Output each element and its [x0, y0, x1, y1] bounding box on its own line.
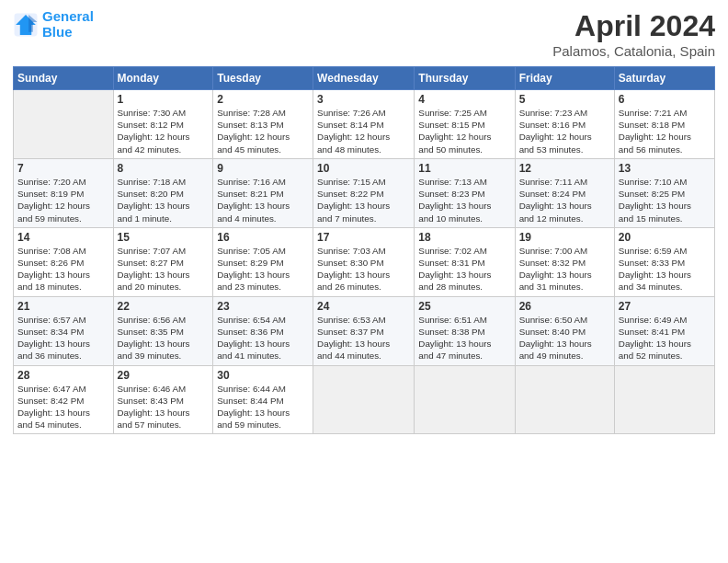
page: General Blue April 2024 Palamos, Catalon…	[0, 0, 728, 563]
logo-line2: Blue	[42, 24, 73, 40]
cell-day-number: 24	[317, 300, 410, 313]
calendar-header-cell: Monday	[113, 67, 213, 90]
cell-info-text: Sunrise: 7:00 AMSunset: 8:32 PMDaylight:…	[519, 245, 610, 293]
calendar-cell: 9Sunrise: 7:16 AMSunset: 8:21 PMDaylight…	[213, 158, 313, 227]
calendar-cell: 21Sunrise: 6:57 AMSunset: 8:34 PMDayligh…	[14, 296, 114, 365]
cell-info-text: Sunrise: 7:21 AMSunset: 8:18 PMDaylight:…	[619, 107, 711, 155]
cell-day-number: 15	[118, 231, 210, 244]
calendar-header-cell: Wednesday	[313, 67, 415, 90]
logo-text: General Blue	[42, 9, 94, 40]
logo-line1: General	[42, 8, 94, 24]
cell-day-number: 19	[519, 231, 610, 244]
subtitle: Palamos, Catalonia, Spain	[552, 43, 715, 59]
calendar-cell: 2Sunrise: 7:28 AMSunset: 8:13 PMDaylight…	[213, 90, 313, 159]
calendar-header-cell: Friday	[515, 67, 614, 90]
cell-day-number: 4	[418, 93, 510, 106]
cell-day-number: 26	[519, 300, 610, 313]
calendar-cell: 15Sunrise: 7:07 AMSunset: 8:27 PMDayligh…	[113, 227, 213, 296]
cell-info-text: Sunrise: 7:11 AMSunset: 8:24 PMDaylight:…	[519, 176, 610, 224]
calendar-cell: 25Sunrise: 6:51 AMSunset: 8:38 PMDayligh…	[415, 296, 515, 365]
cell-day-number: 3	[317, 93, 410, 106]
calendar-week-row: 14Sunrise: 7:08 AMSunset: 8:26 PMDayligh…	[14, 227, 715, 296]
calendar-cell: 22Sunrise: 6:56 AMSunset: 8:35 PMDayligh…	[113, 296, 213, 365]
cell-info-text: Sunrise: 7:13 AMSunset: 8:23 PMDaylight:…	[418, 176, 510, 224]
calendar-week-row: 28Sunrise: 6:47 AMSunset: 8:42 PMDayligh…	[14, 365, 715, 434]
cell-day-number: 8	[118, 162, 210, 175]
calendar-cell: 26Sunrise: 6:50 AMSunset: 8:40 PMDayligh…	[515, 296, 614, 365]
calendar-header-cell: Sunday	[14, 67, 114, 90]
cell-info-text: Sunrise: 7:25 AMSunset: 8:15 PMDaylight:…	[418, 107, 510, 155]
calendar-cell	[313, 365, 415, 434]
cell-day-number: 18	[418, 231, 510, 244]
cell-day-number: 14	[17, 231, 109, 244]
cell-info-text: Sunrise: 6:46 AMSunset: 8:43 PMDaylight:…	[118, 383, 210, 431]
cell-info-text: Sunrise: 7:07 AMSunset: 8:27 PMDaylight:…	[118, 245, 210, 293]
cell-info-text: Sunrise: 6:47 AMSunset: 8:42 PMDaylight:…	[17, 383, 109, 431]
cell-info-text: Sunrise: 7:16 AMSunset: 8:21 PMDaylight:…	[217, 176, 309, 224]
cell-info-text: Sunrise: 6:50 AMSunset: 8:40 PMDaylight:…	[519, 314, 610, 362]
calendar-body: 1Sunrise: 7:30 AMSunset: 8:12 PMDaylight…	[14, 90, 715, 434]
cell-day-number: 1	[118, 93, 210, 106]
cell-info-text: Sunrise: 6:49 AMSunset: 8:41 PMDaylight:…	[619, 314, 711, 362]
calendar-cell: 12Sunrise: 7:11 AMSunset: 8:24 PMDayligh…	[515, 158, 614, 227]
title-block: April 2024 Palamos, Catalonia, Spain	[552, 9, 715, 59]
calendar-cell: 4Sunrise: 7:25 AMSunset: 8:15 PMDaylight…	[415, 90, 515, 159]
cell-info-text: Sunrise: 7:10 AMSunset: 8:25 PMDaylight:…	[619, 176, 711, 224]
cell-day-number: 6	[619, 93, 711, 106]
calendar-cell: 3Sunrise: 7:26 AMSunset: 8:14 PMDaylight…	[313, 90, 415, 159]
cell-info-text: Sunrise: 7:23 AMSunset: 8:16 PMDaylight:…	[519, 107, 610, 155]
cell-info-text: Sunrise: 6:54 AMSunset: 8:36 PMDaylight:…	[217, 314, 309, 362]
cell-day-number: 7	[17, 162, 109, 175]
cell-day-number: 13	[619, 162, 711, 175]
calendar-week-row: 1Sunrise: 7:30 AMSunset: 8:12 PMDaylight…	[14, 90, 715, 159]
calendar-cell: 23Sunrise: 6:54 AMSunset: 8:36 PMDayligh…	[213, 296, 313, 365]
cell-day-number: 30	[217, 369, 309, 382]
cell-info-text: Sunrise: 7:02 AMSunset: 8:31 PMDaylight:…	[418, 245, 510, 293]
cell-day-number: 29	[118, 369, 210, 382]
calendar-cell: 18Sunrise: 7:02 AMSunset: 8:31 PMDayligh…	[415, 227, 515, 296]
calendar-cell: 10Sunrise: 7:15 AMSunset: 8:22 PMDayligh…	[313, 158, 415, 227]
calendar-cell	[515, 365, 614, 434]
cell-day-number: 2	[217, 93, 309, 106]
cell-day-number: 23	[217, 300, 309, 313]
calendar-header-row: SundayMondayTuesdayWednesdayThursdayFrid…	[14, 67, 715, 90]
calendar-header-cell: Saturday	[614, 67, 714, 90]
calendar-table: SundayMondayTuesdayWednesdayThursdayFrid…	[13, 66, 715, 434]
calendar-cell: 7Sunrise: 7:20 AMSunset: 8:19 PMDaylight…	[14, 158, 114, 227]
cell-info-text: Sunrise: 6:59 AMSunset: 8:33 PMDaylight:…	[619, 245, 711, 293]
calendar-cell: 11Sunrise: 7:13 AMSunset: 8:23 PMDayligh…	[415, 158, 515, 227]
calendar-cell	[415, 365, 515, 434]
cell-day-number: 16	[217, 231, 309, 244]
cell-info-text: Sunrise: 7:15 AMSunset: 8:22 PMDaylight:…	[317, 176, 410, 224]
calendar-cell: 24Sunrise: 6:53 AMSunset: 8:37 PMDayligh…	[313, 296, 415, 365]
cell-info-text: Sunrise: 6:57 AMSunset: 8:34 PMDaylight:…	[17, 314, 109, 362]
logo: General Blue	[13, 9, 94, 40]
cell-day-number: 20	[619, 231, 711, 244]
calendar-week-row: 7Sunrise: 7:20 AMSunset: 8:19 PMDaylight…	[14, 158, 715, 227]
calendar-cell: 27Sunrise: 6:49 AMSunset: 8:41 PMDayligh…	[614, 296, 714, 365]
cell-day-number: 28	[17, 369, 109, 382]
cell-day-number: 5	[519, 93, 610, 106]
calendar-cell: 16Sunrise: 7:05 AMSunset: 8:29 PMDayligh…	[213, 227, 313, 296]
calendar-week-row: 21Sunrise: 6:57 AMSunset: 8:34 PMDayligh…	[14, 296, 715, 365]
calendar-cell: 19Sunrise: 7:00 AMSunset: 8:32 PMDayligh…	[515, 227, 614, 296]
cell-info-text: Sunrise: 7:03 AMSunset: 8:30 PMDaylight:…	[317, 245, 410, 293]
cell-info-text: Sunrise: 7:05 AMSunset: 8:29 PMDaylight:…	[217, 245, 309, 293]
calendar-cell	[14, 90, 114, 159]
calendar-cell: 5Sunrise: 7:23 AMSunset: 8:16 PMDaylight…	[515, 90, 614, 159]
header: General Blue April 2024 Palamos, Catalon…	[13, 9, 715, 59]
cell-day-number: 25	[418, 300, 510, 313]
cell-info-text: Sunrise: 7:20 AMSunset: 8:19 PMDaylight:…	[17, 176, 109, 224]
cell-day-number: 9	[217, 162, 309, 175]
cell-info-text: Sunrise: 6:51 AMSunset: 8:38 PMDaylight:…	[418, 314, 510, 362]
calendar-cell: 13Sunrise: 7:10 AMSunset: 8:25 PMDayligh…	[614, 158, 714, 227]
cell-day-number: 12	[519, 162, 610, 175]
cell-day-number: 21	[17, 300, 109, 313]
cell-day-number: 27	[619, 300, 711, 313]
cell-info-text: Sunrise: 7:08 AMSunset: 8:26 PMDaylight:…	[17, 245, 109, 293]
cell-info-text: Sunrise: 7:30 AMSunset: 8:12 PMDaylight:…	[118, 107, 210, 155]
calendar-header-cell: Thursday	[415, 67, 515, 90]
cell-info-text: Sunrise: 7:26 AMSunset: 8:14 PMDaylight:…	[317, 107, 410, 155]
calendar-cell: 6Sunrise: 7:21 AMSunset: 8:18 PMDaylight…	[614, 90, 714, 159]
calendar-cell: 30Sunrise: 6:44 AMSunset: 8:44 PMDayligh…	[213, 365, 313, 434]
